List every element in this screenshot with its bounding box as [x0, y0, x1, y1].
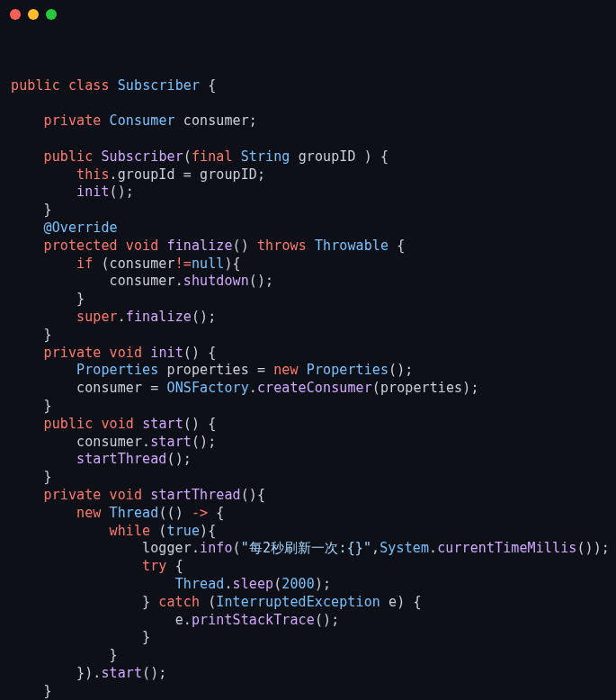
- code-token-kw: catch: [158, 594, 200, 610]
- code-token-arrow: ->: [192, 505, 208, 521]
- code-token-method: printStackTrace: [192, 612, 315, 628]
- code-token-kw: void: [110, 487, 143, 503]
- code-token-method: startThread: [76, 451, 166, 467]
- code-token-kw: new: [273, 362, 298, 378]
- code-token-type: System: [379, 540, 429, 556]
- code-token-var: logger: [142, 540, 192, 556]
- code-token-const: true: [167, 523, 201, 539]
- code-token-kw: if: [76, 256, 93, 272]
- code-token-kw: throws: [257, 238, 307, 254]
- code-token-kw: public: [44, 148, 94, 165]
- code-token-method: start: [101, 665, 142, 681]
- code-token-var: consumer: [110, 256, 175, 272]
- code-token-str: "每2秒刷新一次:{}": [241, 540, 371, 556]
- code-token-kw: super: [76, 309, 118, 325]
- code-token-kw: this: [76, 166, 110, 183]
- code-token-var: consumer: [183, 112, 249, 129]
- code-token-kw: try: [142, 558, 166, 574]
- code-token-type: ONSFactory: [167, 380, 249, 396]
- code-token-kw: final: [192, 148, 233, 165]
- code-block: public class Subscriber { private Consum…: [0, 29, 616, 700]
- code-token-kw: public: [44, 416, 94, 432]
- maximize-dot-icon[interactable]: [46, 9, 57, 20]
- code-token-method: shutdown: [183, 273, 249, 289]
- code-token-method: init: [76, 184, 110, 200]
- code-token-var: properties: [167, 362, 249, 378]
- code-token-method: sleep: [233, 576, 274, 592]
- code-token-type: Thread: [110, 505, 159, 521]
- code-token-kw: private: [44, 487, 102, 503]
- code-token-anno: @Override: [44, 220, 118, 236]
- code-token-kw: void: [126, 238, 159, 254]
- code-token-type: String: [241, 148, 290, 165]
- code-token-var: e: [388, 594, 397, 610]
- code-token-method: init: [150, 345, 183, 361]
- minimize-dot-icon[interactable]: [28, 9, 39, 20]
- code-token-method: createConsumer: [257, 380, 372, 396]
- code-token-method: currentTimeMillis: [437, 540, 576, 556]
- code-token-method: Subscriber: [101, 148, 183, 165]
- code-token-kw: new: [76, 505, 101, 521]
- code-token-type: Throwable: [315, 238, 388, 254]
- code-token-kw: private: [44, 112, 102, 129]
- code-token-method: start: [142, 416, 183, 432]
- close-dot-icon[interactable]: [10, 9, 21, 20]
- code-token-kw: void: [110, 345, 143, 361]
- code-token-kw: public: [11, 77, 60, 94]
- code-token-var: consumer: [76, 380, 142, 396]
- code-token-type: Thread: [175, 576, 225, 592]
- code-token-var: e: [175, 612, 183, 628]
- code-token-var: properties: [380, 380, 462, 396]
- code-token-method: finalize: [126, 309, 192, 325]
- code-token-method: startThread: [150, 487, 240, 503]
- code-token-method: finalize: [167, 238, 233, 254]
- code-token-method: info: [200, 540, 233, 556]
- code-token-kw: !=: [175, 256, 192, 272]
- code-token-type: InterruptedException: [216, 594, 380, 610]
- code-window: public class Subscriber { private Consum…: [0, 0, 616, 700]
- code-token-kw: private: [44, 345, 102, 361]
- code-token-kw: void: [101, 416, 134, 432]
- code-token-var: consumer: [110, 273, 175, 289]
- code-token-var: groupID: [299, 148, 356, 165]
- code-token-method: start: [150, 434, 192, 450]
- code-token-type: Properties: [307, 362, 388, 378]
- code-token-var: groupID: [200, 166, 257, 183]
- code-token-var: consumer: [76, 434, 142, 450]
- code-token-type: Subscriber: [118, 77, 200, 94]
- code-token-kw: while: [110, 523, 151, 539]
- code-token-field: groupId: [118, 166, 175, 183]
- code-token-kw: class: [68, 77, 110, 94]
- code-token-type: Properties: [76, 362, 158, 378]
- code-token-const: null: [192, 256, 225, 272]
- window-titlebar: [0, 0, 616, 29]
- code-token-type: Consumer: [110, 112, 175, 129]
- code-token-kw: protected: [44, 238, 118, 254]
- code-token-num: 2000: [281, 576, 315, 592]
